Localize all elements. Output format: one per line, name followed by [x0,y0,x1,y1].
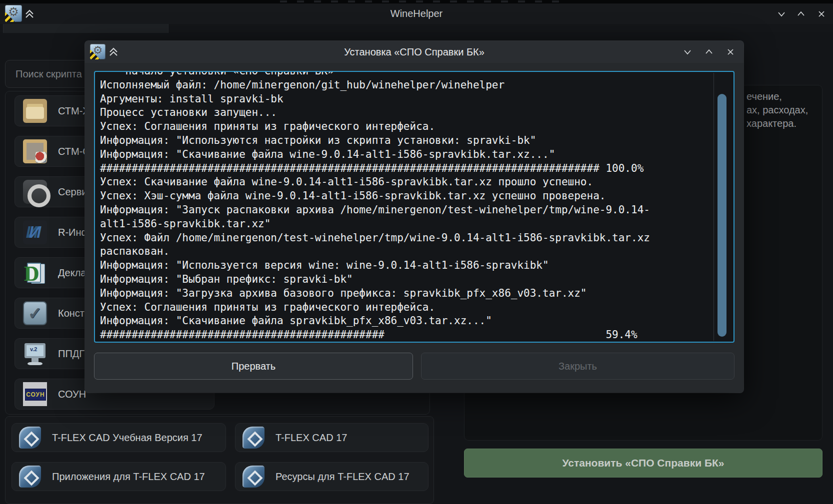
service-ring-icon [23,180,47,204]
stm-c-icon [23,139,47,163]
log-line: Информация: "Используется версия wine: w… [100,259,715,273]
script-item-label: ППДГ [58,348,84,360]
dialog-titlebar: ⚙ Установка «СПО Справки БК» [85,41,744,63]
log-progress-line-download: ########################################… [100,162,715,176]
script-item-tflex-resources[interactable]: Ресурсы для T-FLEX CAD 17 [235,462,428,491]
script-item-tflex-apps[interactable]: Приложения для T-FLEX CAD 17 [12,462,226,491]
checkmark-box-icon [23,301,47,325]
log-text: начало установки «СПО Справки БК» Исполн… [100,71,715,342]
dialog-title: Установка «СПО Справки БК» [85,41,744,63]
maximize-button[interactable] [796,8,806,19]
close-dialog-button: Закрыть [421,353,734,380]
log-line: Информация: "Загрузка архива базового пр… [100,287,715,301]
log-line: распакован. [100,245,715,259]
monitor-v2-icon: v.2 [23,342,47,366]
winehelper-app-icon: ⚙ [5,5,22,22]
log-line: Информация: "Запуск распаковки архива /h… [100,203,715,217]
background-window-sliver [0,0,833,3]
log-line: Успех: Соглашения приняты из графическог… [100,301,715,315]
winehelper-app-icon: ⚙ [90,44,106,59]
script-item-tflex-edu[interactable]: T-FLEX CAD Учебная Версия 17 [12,423,226,452]
log-line: Исполняемый файл: /home/minergenon/git_h… [100,78,715,92]
tflex-shield-icon [19,466,41,488]
close-button[interactable] [725,46,736,57]
log-progress-line-prefix: ########################################… [100,328,715,342]
tflex-shield-icon [242,427,264,449]
abort-button[interactable]: Прервать [94,353,413,380]
keep-above-icon[interactable] [107,46,120,57]
background-window-marks [280,0,560,2]
log-line: Информация: "Используются настройки из с… [100,134,715,148]
winehelper-main-window: ⚙ WineHelper [0,0,833,504]
description-fragment: характера. [746,118,796,129]
log-line: Успех: Скачивание файла wine-9.0.14-alt1… [100,175,715,189]
script-item-label: Декла [58,267,86,279]
log-line: Аргументы: install spravki-bk [100,92,715,106]
log-line: Успех: Соглашения приняты из графическог… [100,120,715,134]
script-item-label: Ресурсы для T-FLEX CAD 17 [276,471,410,483]
soun-icon [23,382,47,406]
log-line: Информация: "Скачивание файла spravkibk_… [100,314,715,328]
monitor-stand-shape [32,358,38,362]
tflex-panel: T-FLEX CAD Учебная Версия 17 T-FLEX CAD … [5,416,434,504]
close-button[interactable] [816,8,827,19]
log-line: Успех: Хэш-сумма файла wine-9.0.14-alt1-… [100,189,715,203]
minimize-button[interactable] [776,8,787,19]
script-item-label: T-FLEX CAD Учебная Версия 17 [52,432,202,444]
main-titlebar: ⚙ WineHelper [0,3,833,24]
scrollbar-track-divider [714,73,714,341]
log-line: alt1-i586-spravkibk.tar.xz" [100,217,715,231]
log-line: Информация: "Скачивание файла wine-9.0.1… [100,148,715,162]
tflex-shield-icon [19,427,41,449]
install-log-output[interactable]: начало установки «СПО Справки БК» Исполн… [94,71,734,343]
keep-above-icon[interactable] [23,8,36,20]
script-item-tflex-cad[interactable]: T-FLEX CAD 17 [235,423,428,452]
window-title: WineHelper [0,3,833,24]
stm-x-icon [23,99,47,123]
script-item-label: T-FLEX CAD 17 [276,432,347,444]
maximize-button[interactable] [704,46,714,57]
script-item-label: СОУН [58,389,86,400]
log-line: Информация: "Выбран префикс: spravki-bk" [100,273,715,287]
scrollbar-thumb[interactable] [718,94,726,337]
description-fragment: ах, расходах, [746,104,808,116]
minimize-button[interactable] [682,46,693,57]
install-spravki-bk-button[interactable]: Установить «СПО Справки БК» [464,449,822,478]
script-item-label: Приложения для T-FLEX CAD 17 [52,471,205,483]
log-line: Успех: Файл /home/minergenon/test-winehe… [100,231,715,245]
log-line: Процесс установки запущен... [100,106,715,120]
tflex-shield-icon [242,466,264,488]
monitor-v2-text: v.2 [30,346,37,352]
monitor-base-shape [28,362,42,365]
script-item-label: Серви [58,186,88,198]
script-item-label: Конст [58,308,84,319]
green-d-shape: D [24,262,39,286]
description-fragment: ечение, [746,91,782,102]
r-inf-icon [23,220,47,244]
log-line: начало установки «СПО Справки БК» [100,71,715,78]
declaration-icon: D [23,261,47,285]
install-dialog: ⚙ Установка «СПО Справки БК» [85,41,744,393]
